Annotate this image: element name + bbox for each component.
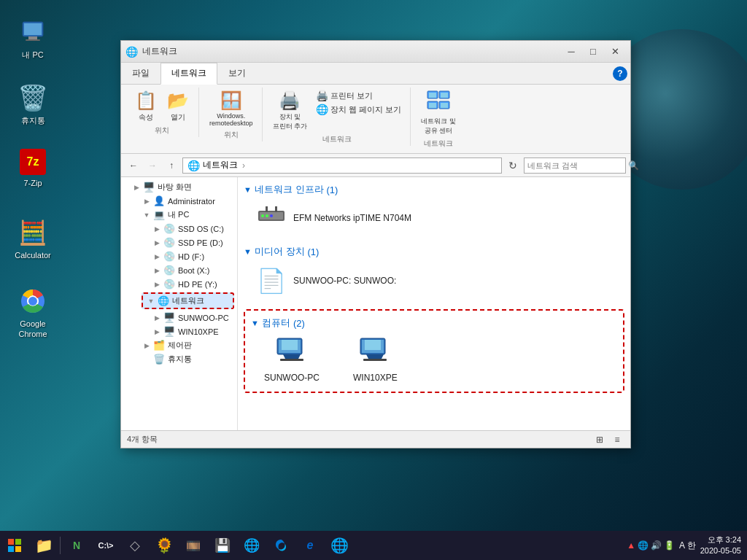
section-chevron-infra: ▼	[244, 185, 252, 194]
properties-button[interactable]: 📋 속성	[131, 89, 160, 124]
taskbar-separator	[60, 537, 61, 554]
nav-item-network[interactable]: ▼ 🌐 네트워크	[142, 292, 234, 309]
search-icon: 🔍	[628, 160, 639, 171]
desktop-icon-my-pc[interactable]: 내 PC	[7, 15, 58, 63]
refresh-button[interactable]: ↻	[505, 158, 521, 174]
up-button[interactable]: ↑	[163, 158, 179, 174]
help-button[interactable]: ?	[613, 66, 627, 81]
svg-rect-29	[365, 340, 381, 350]
svg-rect-20	[266, 206, 268, 212]
nav-item-recycle-bin[interactable]: 🗑️ 휴지통	[121, 352, 237, 366]
svg-rect-1	[24, 23, 42, 35]
ribbon-group-label-4: 네트워크	[424, 137, 453, 149]
media-label: SUNWOO-PC: SUNWOO:	[293, 276, 396, 286]
list-item-router[interactable]: EFM Networks ipTIME N704M	[251, 202, 417, 233]
tab-network[interactable]: 네트워크	[160, 63, 217, 85]
address-path: 네트워크	[203, 159, 238, 171]
ribbon-group-label-1: 위치	[155, 124, 169, 136]
tiles-view-button[interactable]: ≡	[610, 433, 624, 446]
list-item-media[interactable]: 📄 SUNWOO-PC: SUNWOO:	[251, 264, 402, 298]
svg-point-17	[261, 214, 264, 217]
search-input[interactable]	[527, 161, 628, 170]
tab-file[interactable]: 파일	[121, 63, 160, 84]
desktop-icon-chrome[interactable]: Google Chrome	[7, 284, 58, 343]
taskbar-notepad-plus[interactable]: N	[62, 531, 91, 560]
svg-point-6	[28, 297, 37, 306]
minimize-button[interactable]: ─	[560, 43, 582, 61]
infra-items: EFM Networks ipTIME N704M	[244, 202, 624, 233]
taskbar-ie[interactable]: e	[295, 531, 325, 560]
nav-item-win10xpe[interactable]: ▶ 🖥️ WIN10XPE	[121, 324, 237, 338]
section-title-media: 미디어 장치	[255, 245, 305, 258]
svg-rect-24	[282, 340, 298, 350]
section-count-media: (1)	[308, 246, 320, 257]
maximize-button[interactable]: □	[582, 43, 604, 61]
details-view-button[interactable]: ⊞	[592, 433, 607, 446]
section-header-infra[interactable]: ▼ 네트워크 인프라 (1)	[244, 183, 624, 196]
ribbon-tabs: 파일 네트워크 보기 ?	[121, 63, 630, 85]
status-bar: 4개 항목 ⊞ ≡	[121, 430, 630, 448]
desktop-icon-calculator[interactable]: 🧮 Calculator	[7, 215, 58, 263]
nav-item-sunwoo-pc[interactable]: ▶ 🖥️ SUNWOO-PC	[121, 311, 237, 324]
section-count-infra: (1)	[327, 184, 338, 195]
nav-item-control-panel[interactable]: ▶ 🗂️ 제어판	[121, 338, 237, 352]
taskbar-network-gray[interactable]: 🌐	[237, 531, 266, 560]
taskbar-floppy[interactable]: 💾	[208, 531, 237, 560]
add-device-button[interactable]: 🖨️ 장치 및프린터 추가	[270, 89, 311, 133]
taskbar-sunflower[interactable]: 🌻	[150, 531, 179, 560]
printer-view-button[interactable]: 🖨️ 프린터 보기	[313, 89, 404, 102]
7zip-icon: 7z	[20, 149, 46, 175]
taskbar-diamond[interactable]: ◇	[120, 531, 150, 560]
title-bar: 🌐 네트워크 ─ □ ✕	[121, 41, 630, 63]
taskbar-edge[interactable]	[266, 531, 295, 560]
desktop-icon-recycle-bin[interactable]: 🗑️ 휴지통	[7, 80, 58, 128]
search-box[interactable]: 🔍	[524, 158, 626, 174]
nav-item-administrator[interactable]: ▶ 👤 Administrator	[121, 194, 237, 208]
clock[interactable]: 오후 3:24 2020-05-05	[700, 534, 741, 557]
title-bar-title: 네트워크	[142, 45, 560, 58]
ime-indicator[interactable]: A 한	[679, 540, 696, 552]
nav-item-boot-x[interactable]: ▶ 💿 Boot (X:)	[121, 263, 237, 277]
nav-item-ssd-d[interactable]: ▶ 💿 SSD PE (D:)	[121, 236, 237, 249]
address-input[interactable]: 🌐 네트워크 ›	[182, 158, 502, 174]
network-center-button[interactable]: 네트워크 및공유 센터	[418, 89, 459, 137]
svg-rect-8	[429, 93, 436, 98]
section-title-computers: 컴퓨터	[262, 316, 290, 330]
start-button[interactable]	[0, 531, 29, 560]
svg-rect-2	[28, 36, 37, 39]
nav-item-hd-f[interactable]: ▶ 💿 HD (F:)	[121, 249, 237, 263]
7zip-label: 7-Zip	[23, 178, 42, 188]
taskbar-network2[interactable]: 🌐	[325, 531, 354, 560]
tab-view[interactable]: 보기	[217, 63, 257, 84]
windows-remote-button[interactable]: 🪟 Windows.remotedesktop	[206, 89, 256, 128]
close-button[interactable]: ✕	[604, 43, 626, 61]
desktop-icon-7zip[interactable]: 7z 7-Zip	[7, 146, 58, 191]
taskbar-film[interactable]: 🎞️	[179, 531, 208, 560]
nav-item-desktop[interactable]: ▶ 🖥️ 바탕 화면	[121, 180, 237, 194]
section-chevron-computers: ▼	[251, 319, 259, 327]
nav-pane: ▶ 🖥️ 바탕 화면 ▶ 👤 Administrator ▼ 💻 내 PC ▶ …	[121, 177, 238, 430]
printer-icon: 🖨️	[316, 90, 328, 101]
svg-rect-26	[280, 359, 303, 361]
address-folder-icon: 🌐	[187, 160, 200, 171]
computer-item-win10xpe[interactable]: WIN10XPE	[347, 334, 403, 386]
forward-button[interactable]: →	[144, 158, 160, 174]
nav-item-my-pc[interactable]: ▼ 💻 내 PC	[121, 208, 237, 222]
section-count-computers: (2)	[293, 318, 305, 329]
taskbar-file-explorer[interactable]: 📁	[29, 531, 58, 560]
chrome-icon	[18, 287, 47, 316]
ribbon-group-items-1: 📋 속성 📂 열기	[131, 89, 193, 124]
properties-icon: 📋	[135, 90, 157, 111]
computer-item-sunwoo[interactable]: SUNWOO-PC	[258, 334, 325, 386]
section-header-media[interactable]: ▼ 미디어 장치 (1)	[244, 245, 624, 258]
title-bar-buttons: ─ □ ✕	[560, 43, 626, 61]
taskbar-cmd[interactable]: C:\>	[91, 531, 120, 560]
my-pc-label: 내 PC	[22, 50, 43, 60]
date-display: 2020-05-05	[700, 545, 741, 556]
nav-item-ssd-c[interactable]: ▶ 💿 SSD OS (C:)	[121, 222, 237, 236]
nav-item-hd-pe-y[interactable]: ▶ 💿 HD PE (Y:)	[121, 277, 237, 291]
open-button[interactable]: 📂 열기	[163, 89, 193, 124]
printer-page-view-button[interactable]: 🌐 장치 웹 페이지 보기	[313, 103, 404, 116]
section-header-computers[interactable]: ▼ 컴퓨터 (2)	[251, 316, 617, 330]
back-button[interactable]: ←	[125, 158, 142, 174]
